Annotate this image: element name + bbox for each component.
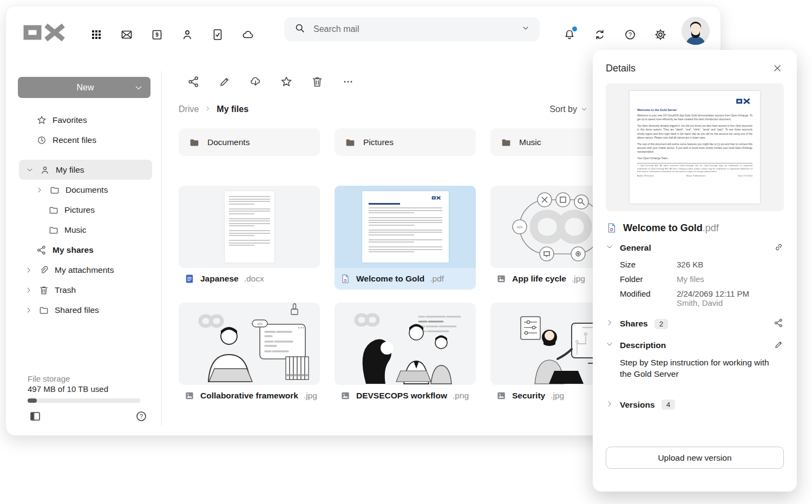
- chevron-right-icon: [204, 104, 211, 114]
- file-tile-collaborative-framework-jpg[interactable]: </>: [179, 303, 320, 407]
- calendar-icon[interactable]: 9: [150, 28, 163, 41]
- app-grid-icon[interactable]: [90, 28, 103, 41]
- preview-paragraph: Your Open-Xchange Team...: [637, 156, 752, 160]
- section-description[interactable]: Description: [606, 335, 784, 356]
- file-thumbnail: [179, 186, 320, 268]
- folder-icon: [188, 136, 200, 148]
- sidebar-item-shared-files[interactable]: Shared files: [18, 300, 156, 320]
- sidebar-item-recent-files[interactable]: Recent files: [18, 130, 156, 150]
- download-icon[interactable]: [249, 75, 262, 88]
- chevron-right-icon[interactable]: [24, 266, 33, 274]
- notifications-bell-icon[interactable]: [563, 28, 576, 41]
- doc-file-icon: [184, 273, 195, 284]
- file-tile-devsecops-workflow-png[interactable]: DEVSECOPS workflow.png: [335, 303, 476, 407]
- chevron-right-icon[interactable]: [606, 400, 613, 410]
- file-name: Welcome to Gold: [356, 274, 424, 284]
- section-general[interactable]: General: [606, 237, 784, 259]
- search-bar: [284, 17, 540, 41]
- edit-pencil-icon[interactable]: [774, 339, 784, 352]
- mail-icon[interactable]: [120, 28, 133, 41]
- search-icon: [294, 22, 306, 36]
- toolbar: [179, 75, 632, 88]
- drive-cloud-icon[interactable]: [241, 28, 254, 41]
- file-grid: Japanese.docx: [179, 186, 632, 407]
- help-icon[interactable]: ?: [135, 410, 148, 423]
- favorite-star-icon[interactable]: [280, 75, 293, 88]
- breadcrumb-my-files[interactable]: My files: [217, 104, 248, 114]
- folder-icon: [48, 205, 59, 215]
- breadcrumb-drive[interactable]: Drive: [179, 104, 199, 114]
- sidebar-item-my-files[interactable]: My files: [19, 160, 152, 180]
- storage-label: File storage: [28, 374, 140, 383]
- chevron-right-icon[interactable]: [24, 286, 33, 294]
- field-value: 326 KB: [677, 260, 703, 269]
- upload-new-version-button[interactable]: Upload new version: [606, 447, 784, 469]
- file-name: Japanese: [200, 274, 239, 284]
- sidebar-item-pictures[interactable]: Pictures: [18, 200, 156, 220]
- link-icon[interactable]: [774, 242, 784, 254]
- sidebar: New Favorites Recent files My files Docu: [18, 77, 156, 320]
- sidebar-item-trash[interactable]: Trash: [18, 280, 156, 300]
- sidebar-item-music[interactable]: Music: [18, 220, 156, 240]
- file-storage: File storage 497 MB of 10 TB used: [28, 374, 140, 403]
- image-file-icon: [496, 390, 507, 401]
- file-thumbnail: [335, 186, 476, 268]
- sort-by-control[interactable]: Sort by: [549, 104, 588, 114]
- paperclip-icon: [38, 265, 49, 276]
- sidebar-item-favorites[interactable]: Favorites: [18, 110, 156, 130]
- refresh-icon[interactable]: [593, 28, 606, 41]
- section-label: Shares: [620, 319, 648, 329]
- search-scope-chevron-icon[interactable]: [521, 24, 530, 35]
- sidebar-item-label: Favorites: [53, 115, 87, 125]
- close-icon[interactable]: [771, 62, 784, 75]
- image-file-icon: [340, 390, 351, 401]
- share-icon[interactable]: [774, 318, 784, 330]
- folder-tile-documents[interactable]: Documents: [179, 128, 320, 156]
- file-thumbnail: </>: [179, 303, 320, 385]
- folder-tile-pictures[interactable]: Pictures: [335, 128, 476, 156]
- sidebar-item-my-attachments[interactable]: My attachments: [18, 260, 156, 280]
- edit-pencil-icon[interactable]: [218, 75, 231, 88]
- avatar[interactable]: [682, 17, 710, 45]
- settings-gear-icon[interactable]: [654, 28, 667, 41]
- field-label: Modified: [620, 289, 677, 307]
- chevron-right-icon[interactable]: [606, 319, 613, 329]
- sidebar-divider: [161, 71, 162, 427]
- chevron-down-icon[interactable]: [134, 83, 143, 92]
- delete-trash-icon[interactable]: [311, 75, 324, 88]
- sidebar-item-documents[interactable]: Documents: [18, 180, 156, 200]
- file-name: App life cycle: [512, 274, 566, 284]
- ox-logo: [22, 21, 67, 46]
- search-input[interactable]: [313, 24, 514, 34]
- folder-icon: [500, 136, 512, 148]
- share-icon[interactable]: [187, 75, 200, 88]
- more-options-icon[interactable]: [342, 75, 355, 88]
- sidebar-item-label: Pictures: [64, 205, 95, 215]
- file-tile-welcome-to-gold-pdf[interactable]: Welcome to Gold.pdf: [335, 186, 476, 290]
- contacts-icon[interactable]: [181, 28, 194, 41]
- sidebar-item-label: Shared files: [55, 305, 99, 315]
- section-shares[interactable]: Shares 2: [606, 313, 784, 335]
- preview-paragraph: You have obviously already logged in, bu…: [637, 124, 752, 140]
- file-name: Security: [512, 391, 545, 401]
- sidebar-item-my-shares[interactable]: My shares: [18, 240, 156, 260]
- new-button[interactable]: New: [18, 77, 150, 98]
- help-icon[interactable]: ?: [624, 28, 637, 41]
- versions-count-badge: 4: [662, 400, 676, 410]
- chevron-down-icon[interactable]: [25, 166, 34, 174]
- folder-tiles: Documents Pictures Music: [179, 128, 632, 156]
- toggle-sidebar-icon[interactable]: [29, 410, 42, 423]
- chevron-down-icon[interactable]: [606, 243, 613, 253]
- section-versions[interactable]: Versions 4: [606, 394, 784, 416]
- file-ext: .pdf: [430, 274, 444, 284]
- chevron-right-icon[interactable]: [24, 306, 33, 315]
- preview-paragraph: The rest of this document will outline s…: [637, 142, 752, 154]
- chevron-down-icon[interactable]: [606, 341, 613, 350]
- tasks-icon[interactable]: [211, 28, 224, 41]
- preview-author: Author: M Gunson: [637, 175, 654, 177]
- breadcrumb: Drive My files Sort by: [179, 104, 588, 114]
- sidebar-item-label: Music: [64, 225, 86, 235]
- file-tile-japanese-docx[interactable]: Japanese.docx: [179, 186, 320, 290]
- chevron-right-icon[interactable]: [35, 186, 44, 194]
- storage-usage: 497 MB of 10 TB used: [28, 384, 140, 394]
